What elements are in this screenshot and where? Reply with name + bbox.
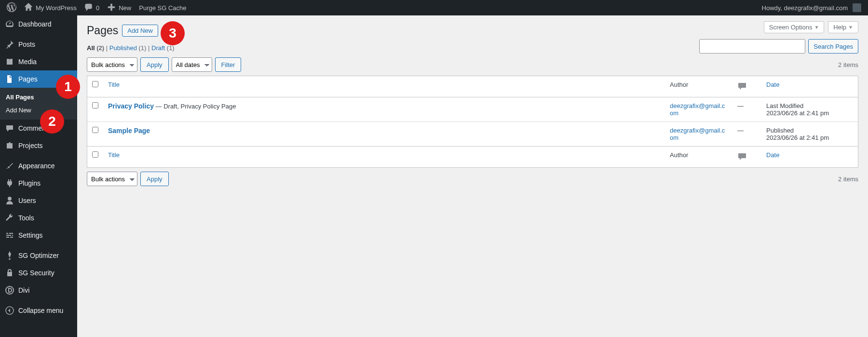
submenu-all-pages[interactable]: All Pages	[0, 91, 77, 104]
new-content-label: New	[119, 4, 131, 12]
wordpress-icon	[7, 2, 16, 13]
search-box: Search Pages	[699, 39, 858, 54]
plug-icon	[5, 178, 14, 188]
page-title-link[interactable]: Privacy Policy	[108, 102, 154, 110]
search-input[interactable]	[699, 39, 805, 54]
collapse-menu[interactable]: Collapse menu	[0, 302, 77, 319]
apply-button[interactable]: Apply	[140, 57, 169, 72]
portfolio-icon	[5, 141, 14, 150]
search-button[interactable]: Search Pages	[808, 39, 858, 54]
page-title-link[interactable]: Sample Page	[108, 127, 150, 135]
help-toggle[interactable]: Help ▼	[828, 21, 858, 33]
items-count-bottom: 2 items	[838, 175, 858, 183]
comments-cell: —	[732, 97, 761, 122]
menu-label: Posts	[18, 40, 35, 48]
page-icon	[5, 74, 14, 84]
admin-sidebar: Dashboard Posts Media Pages All Pages Ad…	[0, 15, 77, 337]
menu-pages[interactable]: Pages	[0, 70, 77, 88]
menu-comments[interactable]: Comments	[0, 120, 77, 137]
comment-icon	[84, 3, 93, 13]
comments-count: 0	[96, 4, 99, 12]
column-author: Author	[665, 146, 732, 167]
menu-projects[interactable]: Projects	[0, 137, 77, 154]
author-link[interactable]: deezgrafix@gmail.com	[670, 127, 725, 141]
row-checkbox[interactable]	[92, 102, 98, 108]
apply-button-bottom[interactable]: Apply	[140, 172, 169, 186]
wrench-icon	[5, 213, 14, 223]
collapse-icon	[5, 306, 14, 315]
menu-label: Collapse menu	[18, 307, 63, 314]
select-all-checkbox[interactable]	[92, 81, 98, 87]
menu-label: Settings	[18, 231, 43, 239]
menu-sg-optimizer[interactable]: SG Optimizer	[0, 247, 77, 264]
filter-button[interactable]: Filter	[215, 57, 242, 72]
add-new-button[interactable]: Add New	[122, 25, 158, 37]
menu-dashboard[interactable]: Dashboard	[0, 15, 77, 33]
filter-published[interactable]: Published (1)	[109, 44, 147, 52]
menu-label: SG Optimizer	[18, 252, 59, 259]
date-filter-select[interactable]: All dates	[172, 57, 212, 72]
menu-settings[interactable]: Settings	[0, 227, 77, 244]
menu-plugins[interactable]: Plugins	[0, 175, 77, 192]
menu-users[interactable]: Users	[0, 192, 77, 209]
help-label: Help	[833, 24, 846, 31]
site-name-link[interactable]: My WordPress	[20, 0, 81, 15]
screen-options-toggle[interactable]: Screen Options ▼	[764, 21, 825, 33]
menu-media[interactable]: Media	[0, 53, 77, 70]
menu-tools[interactable]: Tools	[0, 209, 77, 227]
comment-icon	[737, 151, 747, 159]
menu-label: Projects	[18, 142, 43, 149]
column-comments[interactable]	[732, 76, 761, 97]
column-date[interactable]: Date	[766, 81, 779, 88]
column-comments[interactable]	[732, 146, 761, 167]
filter-draft[interactable]: Draft (1)	[151, 44, 175, 52]
column-title[interactable]: Title	[108, 81, 120, 88]
menu-appearance[interactable]: Appearance	[0, 157, 77, 175]
wp-logo-menu[interactable]	[3, 0, 20, 15]
menu-sg-security[interactable]: SG Security	[0, 264, 77, 282]
admin-bar-left: My WordPress 0 New Purge SG Cache	[3, 0, 190, 15]
menu-divi[interactable]: Divi	[0, 282, 77, 299]
date-label: Published	[766, 127, 794, 134]
brush-icon	[5, 161, 14, 171]
menu-label: Tools	[18, 214, 34, 222]
plus-icon	[107, 3, 116, 13]
items-count: 2 items	[838, 61, 858, 68]
user-icon	[5, 196, 14, 205]
pages-table: Title Author Date Privacy Policy — Draft…	[87, 76, 858, 168]
tablenav-bottom: Bulk actions Apply 2 items	[87, 171, 858, 187]
filter-all[interactable]: All (2)	[87, 44, 104, 52]
bulk-actions-select[interactable]: Bulk actions	[87, 57, 137, 72]
new-content-link[interactable]: New	[103, 0, 135, 15]
my-account-link[interactable]: Howdy, deezgrafix@gmail.com	[758, 0, 865, 15]
admin-bar-right: Howdy, deezgrafix@gmail.com	[758, 0, 865, 15]
menu-label: Pages	[18, 75, 38, 83]
submenu-add-new[interactable]: Add New	[0, 104, 77, 117]
comment-icon	[737, 81, 747, 89]
page-title: Pages	[87, 24, 118, 37]
row-checkbox[interactable]	[92, 127, 98, 133]
menu-label: Divi	[18, 286, 29, 294]
bulk-actions-select-bottom[interactable]: Bulk actions	[87, 172, 137, 186]
admin-bar: My WordPress 0 New Purge SG Cache Howdy,…	[0, 0, 868, 15]
column-title[interactable]: Title	[108, 151, 120, 159]
select-all-checkbox-bottom[interactable]	[92, 151, 98, 158]
comment-icon	[5, 123, 14, 133]
svg-point-0	[6, 286, 14, 294]
menu-posts[interactable]: Posts	[0, 36, 77, 53]
menu-label: Users	[18, 197, 36, 204]
author-link[interactable]: deezgrafix@gmail.com	[670, 102, 725, 117]
screen-options-label: Screen Options	[769, 24, 813, 31]
purge-cache-link[interactable]: Purge SG Cache	[135, 0, 190, 15]
date-value: 2023/06/26 at 2:41 pm	[766, 109, 829, 117]
date-label: Last Modified	[766, 102, 803, 109]
comments-link[interactable]: 0	[81, 0, 103, 15]
submenu-pages: All Pages Add New	[0, 88, 77, 120]
pin-icon	[5, 40, 14, 49]
comments-cell: —	[732, 122, 761, 146]
purge-cache-label: Purge SG Cache	[139, 4, 186, 12]
submenu-label: Add New	[6, 107, 31, 114]
screen-meta-links: Screen Options ▼ Help ▼	[764, 21, 858, 33]
sliders-icon	[5, 230, 14, 240]
column-date[interactable]: Date	[766, 151, 779, 159]
